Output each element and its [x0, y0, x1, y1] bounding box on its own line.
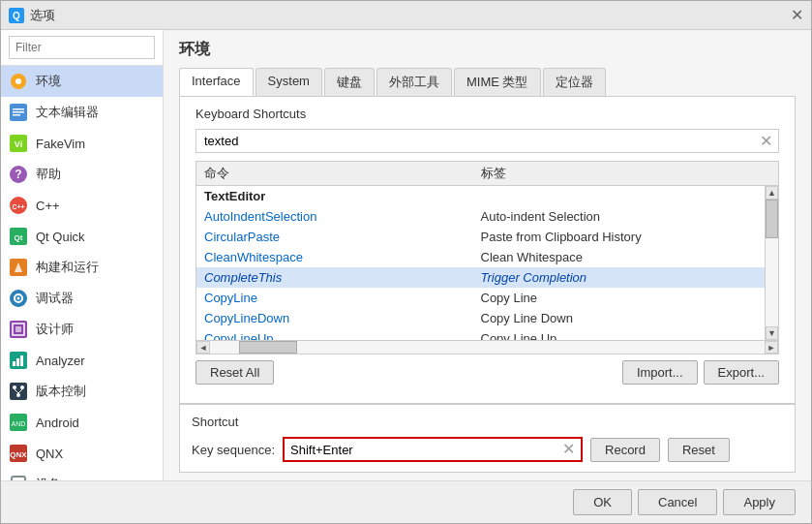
reset-button[interactable]: Reset	[668, 438, 730, 462]
svg-rect-25	[13, 361, 15, 366]
tab-system[interactable]: System	[256, 68, 322, 96]
sidebar-item-analyzer[interactable]: Analyzer	[1, 345, 163, 376]
sidebar-filter-container	[1, 30, 163, 66]
keyboard-section: Keyboard Shortcuts ✕ 命令 标签	[195, 97, 779, 394]
svg-text:?: ?	[15, 168, 21, 181]
col-header-label: 标签	[481, 165, 758, 182]
key-sequence-label: Key sequence:	[192, 443, 275, 457]
svg-rect-5	[13, 108, 24, 110]
tab-external-tools[interactable]: 外部工具	[376, 68, 452, 96]
sidebar-filter-input[interactable]	[9, 36, 155, 59]
sidebar-item-debug[interactable]: 调试器	[1, 283, 163, 314]
svg-text:Q: Q	[13, 11, 20, 21]
col-header-cmd: 命令	[204, 165, 481, 182]
sidebar-item-label-text: 文本编辑器	[36, 104, 99, 121]
horiz-scroll-track	[210, 341, 765, 354]
import-button[interactable]: Import...	[622, 360, 698, 385]
shortcuts-table: 命令 标签 TextEditor	[195, 161, 779, 354]
cpp-icon: C++	[9, 196, 28, 215]
app-icon: Q	[9, 8, 24, 23]
search-clear-button[interactable]: ✕	[758, 134, 774, 149]
tab-bar: Interface System 键盘 外部工具 MIME 类型	[179, 68, 796, 96]
svg-text:C++: C++	[12, 203, 24, 210]
sidebar-item-env[interactable]: 环境	[1, 66, 163, 97]
scroll-down-button[interactable]: ▼	[766, 326, 778, 340]
sidebar-item-version[interactable]: 版本控制	[1, 376, 163, 407]
table-action-buttons: Reset All Import... Export...	[195, 354, 779, 388]
sidebar-item-build[interactable]: 构建和运行	[1, 252, 163, 283]
tab-mime[interactable]: MIME 类型	[454, 68, 541, 96]
text-icon	[9, 103, 28, 122]
key-sequence-input[interactable]	[290, 443, 562, 457]
qt-icon: Qt	[9, 227, 28, 246]
horizontal-scrollbar[interactable]: ◄ ►	[196, 340, 778, 354]
sidebar-item-qnx[interactable]: QNX QNX	[1, 438, 163, 469]
scroll-up-button[interactable]: ▲	[766, 186, 778, 200]
export-button[interactable]: Export...	[704, 360, 779, 385]
table-row-highlighted[interactable]: CompleteThis Trigger Completion	[196, 267, 765, 288]
sidebar-item-label-debug: 调试器	[36, 290, 74, 307]
record-button[interactable]: Record	[590, 438, 660, 462]
svg-rect-7	[13, 114, 20, 116]
table-row[interactable]: CircularPaste Paste from Clipboard Histo…	[196, 227, 765, 247]
sidebar-item-device[interactable]: 设备	[1, 469, 163, 480]
vertical-scrollbar[interactable]: ▲ ▼	[765, 186, 778, 340]
table-row[interactable]: CopyLine Copy Line	[196, 288, 765, 308]
close-button[interactable]: ✕	[791, 8, 803, 23]
panel-title: 环境	[179, 40, 796, 60]
reset-all-button[interactable]: Reset All	[195, 360, 274, 385]
svg-rect-26	[16, 358, 19, 366]
table-header: 命令 标签	[196, 162, 778, 186]
tab-keyboard[interactable]: 键盘	[324, 68, 375, 96]
key-sequence-clear-button[interactable]: ✕	[562, 442, 575, 457]
table-row[interactable]: CopyLineUp Copy Line Up	[196, 328, 765, 340]
shortcut-search-input[interactable]	[200, 132, 758, 150]
window-title: 选项	[30, 7, 55, 24]
table-row[interactable]: AutoIndentSelection Auto-indent Selectio…	[196, 206, 765, 227]
scroll-left-button[interactable]: ◄	[196, 341, 210, 354]
sidebar-item-cpp[interactable]: C++ C++	[1, 190, 163, 221]
sidebar-item-label-fakevim: FakeVim	[36, 137, 85, 151]
svg-rect-23	[15, 326, 21, 332]
apply-button[interactable]: Apply	[723, 489, 796, 515]
sidebar-item-design[interactable]: 设计师	[1, 314, 163, 345]
version-icon	[9, 382, 28, 401]
table-row[interactable]: CopyLineDown Copy Line Down	[196, 308, 765, 328]
fakevim-icon: Vi	[9, 134, 28, 153]
scroll-right-button[interactable]: ►	[765, 341, 778, 354]
cancel-button[interactable]: Cancel	[638, 489, 717, 515]
scroll-thumb[interactable]	[766, 200, 778, 238]
svg-rect-28	[10, 383, 27, 400]
sidebar-list: 环境 文本编辑器	[1, 66, 163, 480]
shortcut-section-title: Shortcut	[192, 415, 783, 429]
sidebar-item-label-env: 环境	[36, 73, 61, 90]
main-content: 环境 文本编辑器	[1, 30, 811, 480]
svg-point-31	[16, 393, 20, 397]
help-icon: ?	[9, 165, 28, 184]
sidebar-item-android[interactable]: AND Android	[1, 407, 163, 438]
table-row[interactable]: TextEditor	[196, 186, 765, 206]
sidebar: 环境 文本编辑器	[1, 30, 164, 480]
sidebar-item-help[interactable]: ? 帮助	[1, 159, 163, 190]
table-row[interactable]: CleanWhitespace Clean Whitespace	[196, 247, 765, 267]
gear-icon	[9, 72, 28, 91]
ok-button[interactable]: OK	[573, 489, 632, 515]
build-icon	[9, 258, 28, 277]
key-sequence-box: ✕	[283, 437, 583, 462]
horiz-scroll-thumb[interactable]	[239, 341, 297, 354]
svg-point-30	[20, 385, 24, 389]
svg-text:QNX: QNX	[10, 450, 27, 459]
sidebar-item-label-analyzer: Analyzer	[36, 354, 85, 368]
svg-rect-27	[20, 355, 23, 366]
sidebar-item-label-version: 版本控制	[36, 383, 86, 400]
sidebar-item-text-editor[interactable]: 文本编辑器	[1, 97, 163, 128]
sidebar-item-label-qnx: QNX	[36, 447, 63, 461]
title-bar-left: Q 选项	[9, 7, 55, 24]
sidebar-item-qt[interactable]: Qt Qt Quick	[1, 221, 163, 252]
tab-locator[interactable]: 定位器	[543, 68, 606, 96]
sidebar-item-fakevim[interactable]: Vi FakeVim	[1, 128, 163, 159]
qnx-icon: QNX	[9, 444, 28, 463]
sidebar-item-label-design: 设计师	[36, 321, 74, 338]
tab-interface[interactable]: Interface	[179, 68, 254, 96]
svg-point-29	[13, 385, 16, 389]
